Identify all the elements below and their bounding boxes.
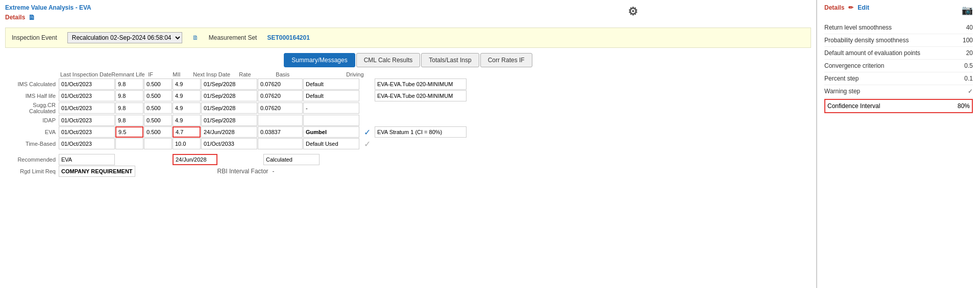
tab-bar: Summary/Messages CML Calc Results Totals… — [5, 53, 811, 67]
time-based-label: Time-Based — [5, 141, 59, 147]
ims-hl-check — [360, 90, 374, 101]
prob-density-value: 100 — [963, 37, 973, 44]
eval-points-label: Default amount of evaluation points — [824, 49, 920, 57]
ims-calc-remnant: 9.8 — [115, 78, 143, 90]
document-icon[interactable]: 🗎 — [28, 13, 35, 21]
eva-next-insp: 24/Jun/2028 — [201, 126, 257, 138]
col-header-driving: Driving — [346, 71, 438, 77]
inspection-event-label: Inspection Event — [12, 34, 57, 41]
row-rgd-limit: Rgd Limit Req COMPANY REQUIREMENT RBI In… — [5, 166, 811, 177]
time-based-next-insp: 01/Oct/2033 — [201, 138, 257, 149]
eva-driving: EVA Stratum 1 (CI = 80%) — [375, 126, 467, 138]
idap-rate — [258, 115, 303, 126]
idap-label: IDAP — [5, 117, 59, 123]
tab-corr-rates-if[interactable]: Corr Rates IF — [480, 53, 532, 67]
time-based-if — [144, 138, 172, 149]
eva-basis: Gumbel — [303, 126, 359, 138]
detail-row-return-level: Return level smoothness 40 — [824, 21, 973, 34]
section-title: Details 🗎 — [5, 13, 91, 21]
ims-calc-last-insp: 01/Oct/2023 — [59, 78, 115, 90]
col-header-basis: Basis — [276, 71, 332, 77]
time-based-basis: Default Used — [303, 138, 359, 149]
row-eva: EVA 01/Oct/2023 9.5 0.500 4.7 24/Jun/202… — [5, 126, 811, 138]
confidence-interval-label: Confidence Interval — [827, 102, 880, 110]
ims-hl-basis: Default — [303, 90, 359, 101]
col-header-rate: Rate — [239, 71, 276, 77]
ims-hl-driving: EVA-EVA.Tube 020-MINIMUM — [375, 90, 467, 101]
edit-link[interactable]: Edit — [857, 4, 869, 11]
ims-hl-rate: 0.07620 — [258, 90, 303, 101]
prob-density-label: Probability density smoothness — [824, 37, 909, 44]
time-based-last-insp: 01/Oct/2023 — [59, 138, 115, 149]
time-based-mii: 10.0 — [173, 138, 201, 149]
inspection-event-select[interactable]: Recalculation 02-Sep-2024 06:58:04 — [67, 32, 182, 43]
idap-if: 0.500 — [144, 115, 172, 126]
time-based-rate — [258, 138, 303, 149]
recommended-label: Recommended — [5, 156, 59, 163]
row-ims-calculated: IMS Calculated 01/Oct/2023 9.8 0.500 4.9… — [5, 78, 811, 90]
copy-icon[interactable]: 🗎 — [192, 34, 199, 41]
ims-hl-mii: 4.9 — [173, 90, 201, 101]
right-panel-title: Details ✏ Edit — [824, 4, 869, 11]
measurement-set-label: Measurement Set — [209, 34, 257, 41]
sugg-cr-next-insp: 01/Sep/2028 — [201, 102, 257, 114]
row-time-based: Time-Based 01/Oct/2023 10.0 01/Oct/2033 … — [5, 138, 811, 149]
col-header-if: IF — [148, 71, 173, 77]
time-based-remnant — [115, 138, 143, 149]
col-header-mii: MII — [173, 71, 193, 77]
idap-driving — [375, 115, 467, 126]
sugg-cr-if: 0.500 — [144, 102, 172, 114]
detail-row-eval-points: Default amount of evaluation points 20 — [824, 47, 973, 60]
sugg-cr-last-insp: 01/Oct/2023 — [59, 102, 115, 114]
convergence-label: Convergence criterion — [824, 62, 884, 69]
camera-icon[interactable]: 📷 — [962, 5, 973, 16]
return-level-label: Return level smoothness — [824, 24, 892, 31]
recommended-empty1 — [115, 154, 143, 165]
right-panel: Details ✏ Edit 📷 Return level smoothness… — [817, 0, 980, 288]
eva-check: ✓ — [360, 126, 374, 138]
row-recommended: Recommended EVA 24/Jun/2028 Calculated — [5, 154, 811, 165]
recommended-value: EVA — [59, 154, 115, 165]
confidence-interval-value: 80% — [958, 102, 970, 110]
sugg-cr-check — [360, 102, 374, 114]
row-ims-half-life: IMS Half life 01/Oct/2023 9.8 0.500 4.9 … — [5, 90, 811, 101]
rbi-label: RBI Interval Factor — [217, 168, 268, 175]
app-title: Extreme Value Analysis - EVA ⚙ — [5, 4, 91, 11]
tab-cml-calc-results[interactable]: CML Calc Results — [356, 53, 421, 67]
recommended-check — [320, 154, 334, 165]
ims-calculated-label: IMS Calculated — [5, 81, 59, 87]
ims-hl-next-insp: 01/Sep/2028 — [201, 90, 257, 101]
warning-step-value: ✓ — [968, 88, 973, 95]
warning-step-label: Warning step — [824, 88, 860, 95]
detail-row-warning-step: Warning step ✓ — [824, 85, 973, 98]
rgd-value: COMPANY REQUIREMENT — [59, 166, 135, 177]
ims-calc-rate: 0.07620 — [258, 78, 303, 90]
eval-points-value: 20 — [966, 49, 973, 57]
confidence-interval-row: Confidence Interval 80% — [824, 99, 973, 113]
sugg-cr-rate: 0.07620 — [258, 102, 303, 114]
percent-step-label: Percent step — [824, 75, 859, 82]
eva-rate: 0.03837 — [258, 126, 303, 138]
gear-icon[interactable]: ⚙ — [628, 5, 638, 18]
row-idap: IDAP 01/Oct/2023 9.8 0.500 4.9 01/Sep/20… — [5, 115, 811, 126]
sugg-cr-remnant: 9.8 — [115, 102, 143, 114]
measurement-set-value[interactable]: SET000164201 — [267, 34, 309, 41]
percent-step-value: 0.1 — [964, 75, 973, 82]
recommended-empty3 — [218, 154, 263, 165]
eva-last-insp: 01/Oct/2023 — [59, 126, 115, 138]
idap-basis — [303, 115, 359, 126]
ims-calc-mii: 4.9 — [173, 78, 201, 90]
sugg-cr-mii: 4.9 — [173, 102, 201, 114]
idap-mii: 4.9 — [173, 115, 201, 126]
eva-mii[interactable]: 4.7 — [173, 126, 201, 138]
sugg-cr-label: Sugg.CR Calculated — [5, 102, 59, 114]
sugg-cr-driving — [375, 102, 467, 114]
recommended-next-insp[interactable]: 24/Jun/2028 — [173, 154, 217, 165]
return-level-value: 40 — [966, 24, 973, 31]
idap-remnant: 9.8 — [115, 115, 143, 126]
ims-hl-last-insp: 01/Oct/2023 — [59, 90, 115, 101]
eva-label: EVA — [5, 129, 59, 135]
tab-summary-messages[interactable]: Summary/Messages — [284, 53, 355, 67]
eva-remnant[interactable]: 9.5 — [115, 126, 143, 138]
tab-totals-last-insp[interactable]: Totals/Last Insp — [421, 53, 479, 67]
